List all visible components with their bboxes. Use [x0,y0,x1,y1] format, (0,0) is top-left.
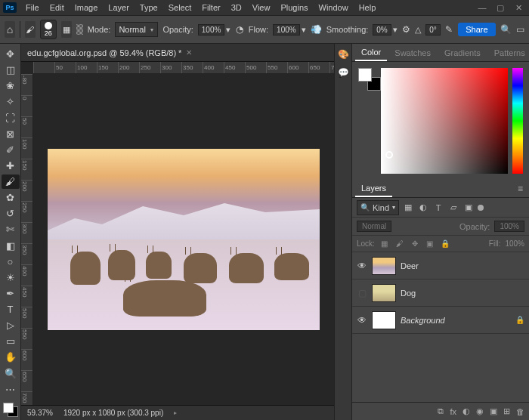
pen-tool[interactable]: ✒ [2,286,20,301]
lock-pos-icon[interactable]: ✥ [410,239,420,249]
wand-tool[interactable]: ✧ [2,94,20,109]
layer-row[interactable]: ▢ Dog [352,279,529,307]
visibility-icon[interactable]: 👁 [357,315,367,326]
info-chevron-icon[interactable]: ▸ [171,409,180,416]
picker-cursor-icon[interactable] [385,151,393,159]
menu-layer[interactable]: Layer [104,2,134,14]
crop-tool[interactable]: ⛶ [2,111,20,125]
brush-preset-picker[interactable]: 26 [40,20,57,39]
airbrush-icon[interactable]: 💨 [311,23,322,36]
visibility-icon[interactable]: ▢ [357,288,367,298]
menu-image[interactable]: Image [70,2,103,14]
lock-paint-icon[interactable]: 🖌 [394,239,405,249]
menu-select[interactable]: Select [164,2,196,14]
layer-fill-input[interactable]: 100% [505,239,524,248]
tab-swatches[interactable]: Swatches [388,45,437,60]
lock-all-icon[interactable]: 🔒 [440,239,450,249]
gear-icon[interactable]: ⚙ [402,23,410,36]
lock-trans-icon[interactable]: ▦ [379,239,390,249]
rectangle-tool[interactable]: ▭ [2,334,20,348]
layer-name[interactable]: Background [401,316,511,325]
canvas-viewport[interactable] [33,74,334,405]
adjustment-icon[interactable]: ◉ [476,406,484,416]
layer-opacity-input[interactable]: 100% [494,221,524,232]
maximize-button[interactable]: ▢ [493,2,508,13]
filter-adjust-icon[interactable]: ◐ [417,202,429,214]
heal-tool[interactable]: ✚ [2,159,20,173]
layer-row[interactable]: 👁 Deer [352,252,529,279]
filter-type-icon[interactable]: T [432,202,444,214]
layer-thumbnail[interactable] [372,284,396,302]
blur-tool[interactable]: ○ [2,255,20,269]
move-tool[interactable]: ✥ [2,47,20,61]
new-layer-icon[interactable]: ⊞ [503,406,510,416]
tab-layers[interactable]: Layers [355,181,392,197]
pressure-opacity-icon[interactable]: ◔ [235,23,243,36]
hand-tool[interactable]: ✋ [2,350,20,364]
gradient-tool[interactable]: ◧ [2,239,20,253]
lasso-tool[interactable]: ❀ [2,79,20,93]
vertical-ruler[interactable]: -800501001502002503003504004505005506006… [21,74,33,405]
close-tab-icon[interactable]: ✕ [186,48,192,57]
tab-patterns[interactable]: Patterns [488,45,529,60]
layer-row[interactable]: 👁 Background 🔒 [352,307,529,334]
layers-menu-icon[interactable]: ≡ [515,184,526,194]
tab-color[interactable]: Color [355,45,387,61]
foreground-color[interactable] [3,403,14,413]
doc-info[interactable]: 1920 px x 1080 px (300.3 ppi) [63,409,163,417]
horizontal-ruler[interactable]: 5010015020025030035040045050055060065070… [33,62,334,74]
zoom-tool[interactable]: 🔍 [2,366,20,381]
lock-nest-icon[interactable]: ▣ [425,239,435,249]
filter-toggle-icon[interactable] [478,205,484,211]
menu-plugins[interactable]: Plugins [276,2,312,14]
visibility-icon[interactable]: 👁 [357,261,367,271]
filter-smart-icon[interactable]: ▣ [462,202,475,214]
frame-tool[interactable]: ⊠ [2,127,20,141]
brush-panel-icon[interactable]: ▦ [61,21,72,38]
document-tab[interactable]: edu.gcfglobal.org.psd @ 59.4% (RGB/8) * … [27,48,192,57]
blend-mode-select[interactable]: Normal [357,221,391,232]
menu-filter[interactable]: Filter [197,2,224,14]
color-swatch[interactable] [3,403,18,417]
workspace-icon[interactable]: ▭ [516,23,524,36]
angle-input[interactable]: 0° [425,24,441,36]
panel-color-swatch[interactable] [358,68,376,86]
home-button[interactable]: ⌂ [5,21,15,38]
search-icon[interactable]: 🔍 [500,23,512,36]
smoothing-input[interactable]: 0%▾ [373,24,397,36]
opacity-icon[interactable] [76,24,83,35]
menu-edit[interactable]: Edit [45,2,69,14]
menu-type[interactable]: Type [135,2,162,14]
type-tool[interactable]: T [2,302,20,317]
layer-thumbnail[interactable] [372,311,396,329]
comments-icon[interactable]: 💬 [337,66,349,79]
brush-tool[interactable]: 🖌 [2,174,20,189]
link-layers-icon[interactable]: ⧉ [438,406,444,416]
brush-presets-icon[interactable]: 🎨 [337,48,349,60]
path-tool[interactable]: ▷ [2,318,20,332]
trash-icon[interactable]: 🗑 [516,407,524,416]
layer-fx-icon[interactable]: fx [450,407,456,416]
color-field[interactable] [381,68,508,174]
filter-shape-icon[interactable]: ▱ [447,202,459,214]
flow-input[interactable]: 100%▾ [273,24,306,36]
menu-file[interactable]: File [21,2,44,14]
menu-window[interactable]: Window [314,2,353,14]
filter-pixel-icon[interactable]: ▦ [402,202,414,214]
menu-3d[interactable]: 3D [227,2,246,14]
menu-help[interactable]: Help [354,2,381,14]
edit-toolbar-icon[interactable]: ⋯ [2,382,20,397]
stamp-tool[interactable]: ✿ [2,190,20,205]
layer-thumbnail[interactable] [372,257,396,275]
history-brush-tool[interactable]: ↺ [2,206,20,221]
layer-mask-icon[interactable]: ◐ [462,406,470,416]
eyedropper-tool[interactable]: ✐ [2,143,20,157]
tool-preset-icon[interactable]: 🖌 [25,21,36,38]
zoom-level[interactable]: 59.37% [24,409,56,417]
layer-name[interactable]: Dog [401,289,524,298]
menu-view[interactable]: View [248,2,275,14]
group-icon[interactable]: ▣ [490,406,497,416]
eraser-tool[interactable]: ✄ [2,222,20,236]
dodge-tool[interactable]: ☀ [2,270,20,285]
tab-gradients[interactable]: Gradients [438,45,487,60]
